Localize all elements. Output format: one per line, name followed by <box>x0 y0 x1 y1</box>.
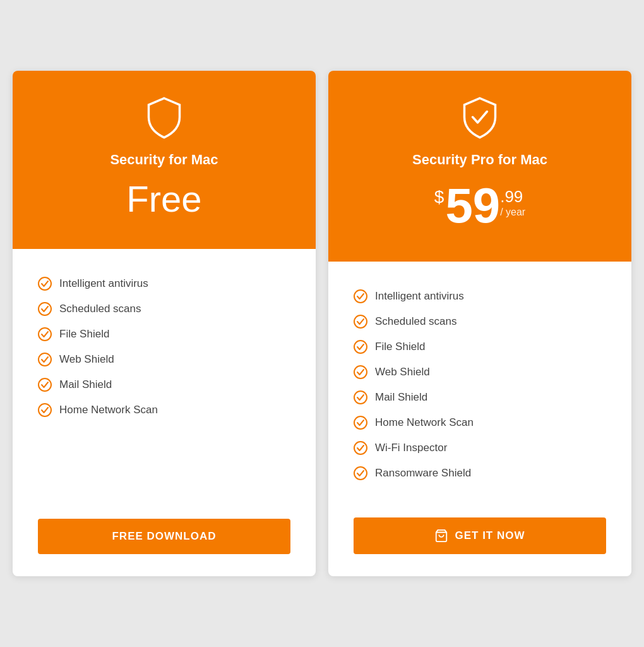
list-item: Scheduled scans <box>354 309 606 334</box>
check-circle-icon <box>354 390 367 404</box>
check-circle-icon <box>354 315 367 329</box>
check-circle-icon <box>38 327 52 341</box>
feature-text: Mail Shield <box>375 391 427 404</box>
svg-point-8 <box>354 341 367 353</box>
price-paid: $59.99/ year <box>434 181 525 230</box>
card-header-pro: Security Pro for Mac$59.99/ year <box>328 71 631 262</box>
svg-point-7 <box>354 315 367 328</box>
shield-outline-icon <box>142 96 186 140</box>
list-item: File Shield <box>354 334 606 360</box>
card-footer-free: FREE DOWNLOAD <box>13 506 316 576</box>
svg-point-13 <box>354 467 367 480</box>
feature-text: Home Network Scan <box>375 416 474 429</box>
svg-point-4 <box>39 378 51 391</box>
feature-text: File Shield <box>375 341 425 353</box>
check-circle-icon <box>354 466 367 480</box>
svg-point-11 <box>354 416 367 429</box>
svg-point-0 <box>39 277 51 290</box>
feature-text: Intelligent antivirus <box>375 290 464 303</box>
list-item: Web Shield <box>38 347 290 372</box>
check-circle-icon <box>354 416 367 430</box>
list-item: Intelligent antivirus <box>354 284 606 309</box>
list-item: Home Network Scan <box>354 410 606 435</box>
price-right-section: .99/ year <box>500 187 525 218</box>
card-title-free: Security for Mac <box>110 152 218 168</box>
svg-point-5 <box>39 404 51 416</box>
price-period: / year <box>500 207 525 218</box>
check-circle-icon <box>38 403 52 417</box>
check-circle-icon <box>38 277 52 291</box>
feature-text: File Shield <box>59 328 109 341</box>
list-item: Mail Shield <box>38 372 290 397</box>
feature-text: Mail Shield <box>59 378 112 391</box>
feature-text: Web Shield <box>59 353 114 366</box>
feature-text: Scheduled scans <box>375 315 456 328</box>
pricing-cards: Security for MacFreeIntelligent antiviru… <box>13 71 631 576</box>
card-footer-pro: GET IT NOW <box>328 505 631 576</box>
card-free: Security for MacFreeIntelligent antiviru… <box>13 71 316 576</box>
feature-text: Ransomware Shield <box>375 467 471 480</box>
svg-point-9 <box>354 366 367 378</box>
list-item: Scheduled scans <box>38 296 290 322</box>
svg-point-12 <box>354 442 367 454</box>
cart-icon <box>434 529 448 543</box>
card-body-free: Intelligent antivirusScheduled scansFile… <box>13 249 316 506</box>
pro-button[interactable]: GET IT NOW <box>354 517 606 554</box>
check-circle-icon <box>38 378 52 392</box>
feature-text: Web Shield <box>375 366 430 378</box>
price-cents: .99 <box>500 187 523 207</box>
check-circle-icon <box>354 340 367 354</box>
list-item: Ransomware Shield <box>354 461 606 486</box>
card-body-pro: Intelligent antivirusScheduled scansFile… <box>328 262 631 505</box>
svg-point-3 <box>39 353 51 366</box>
shield-check-icon <box>458 96 502 140</box>
list-item: Home Network Scan <box>38 397 290 423</box>
feature-list-free: Intelligent antivirusScheduled scansFile… <box>38 271 290 487</box>
button-label: GET IT NOW <box>455 529 525 542</box>
check-circle-icon <box>38 353 52 366</box>
check-circle-icon <box>354 289 367 303</box>
button-label: FREE DOWNLOAD <box>112 530 216 543</box>
price-free: Free <box>126 181 201 217</box>
feature-text: Scheduled scans <box>59 303 141 315</box>
list-item: Intelligent antivirus <box>38 271 290 296</box>
feature-list-pro: Intelligent antivirusScheduled scansFile… <box>354 284 606 486</box>
check-circle-icon <box>354 441 367 455</box>
feature-text: Wi-Fi Inspector <box>375 442 447 454</box>
list-item: Web Shield <box>354 360 606 385</box>
svg-point-1 <box>39 303 51 315</box>
check-circle-icon <box>354 365 367 379</box>
check-circle-icon <box>38 302 52 316</box>
feature-text: Home Network Scan <box>59 404 158 416</box>
svg-point-2 <box>39 328 51 341</box>
card-pro: Security Pro for Mac$59.99/ yearIntellig… <box>328 71 631 576</box>
free-button[interactable]: FREE DOWNLOAD <box>38 519 290 554</box>
list-item: File Shield <box>38 322 290 347</box>
price-dollar-sign: $ <box>434 187 444 207</box>
card-header-free: Security for MacFree <box>13 71 316 249</box>
list-item: Mail Shield <box>354 385 606 410</box>
list-item: Wi-Fi Inspector <box>354 435 606 461</box>
svg-point-6 <box>354 290 367 303</box>
feature-text: Intelligent antivirus <box>59 277 148 290</box>
svg-point-10 <box>354 391 367 404</box>
card-title-pro: Security Pro for Mac <box>412 152 547 168</box>
price-main-number: 59 <box>445 181 500 230</box>
